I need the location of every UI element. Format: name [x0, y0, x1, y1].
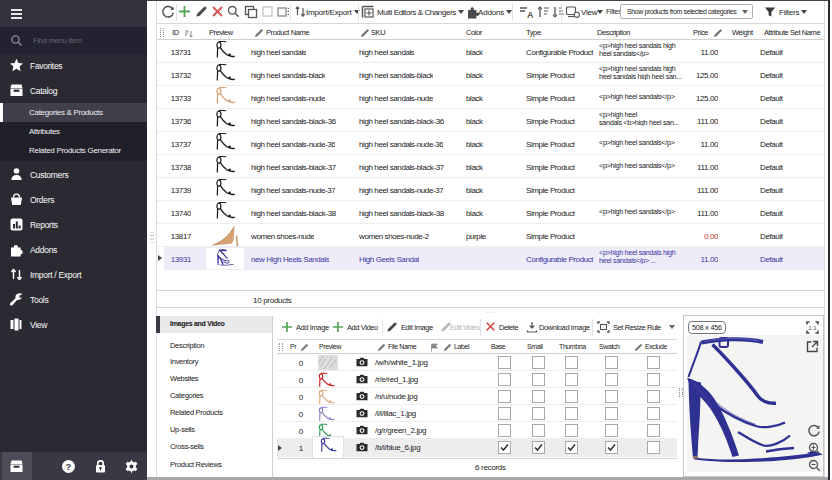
- svg-text:1:1: 1:1: [808, 325, 817, 331]
- svg-text:A: A: [527, 10, 533, 19]
- svg-text:?: ?: [66, 461, 72, 472]
